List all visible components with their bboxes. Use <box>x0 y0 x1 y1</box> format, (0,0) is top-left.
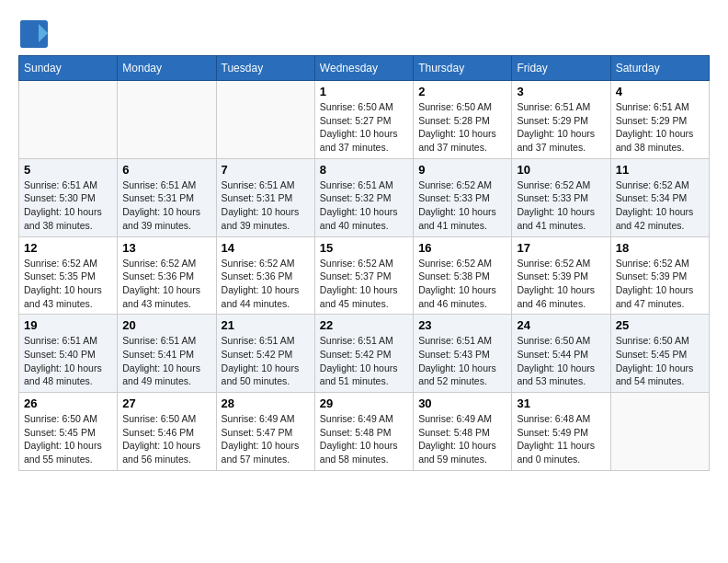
day-info: Sunrise: 6:52 AM Sunset: 5:36 PM Dayligh… <box>222 257 310 311</box>
calendar-week-4: 19Sunrise: 6:51 AM Sunset: 5:40 PM Dayli… <box>19 315 710 393</box>
day-info: Sunrise: 6:52 AM Sunset: 5:39 PM Dayligh… <box>517 257 605 311</box>
day-number: 21 <box>222 318 310 332</box>
day-number: 29 <box>320 396 408 410</box>
calendar-cell: 13Sunrise: 6:52 AM Sunset: 5:36 PM Dayli… <box>118 236 216 315</box>
calendar-cell <box>610 393 709 471</box>
day-number: 2 <box>418 85 506 98</box>
calendar-week-2: 5Sunrise: 6:51 AM Sunset: 5:30 PM Daylig… <box>19 158 710 236</box>
day-number: 6 <box>122 163 210 177</box>
calendar-cell <box>19 81 118 159</box>
calendar-cell: 14Sunrise: 6:52 AM Sunset: 5:36 PM Dayli… <box>216 236 314 315</box>
day-info: Sunrise: 6:52 AM Sunset: 5:38 PM Dayligh… <box>418 257 506 311</box>
day-info: Sunrise: 6:49 AM Sunset: 5:48 PM Dayligh… <box>320 412 408 466</box>
calendar-week-5: 26Sunrise: 6:50 AM Sunset: 5:45 PM Dayli… <box>19 393 710 471</box>
weekday-header-wednesday: Wednesday <box>314 56 413 81</box>
day-info: Sunrise: 6:51 AM Sunset: 5:32 PM Dayligh… <box>320 178 408 233</box>
calendar-cell: 17Sunrise: 6:52 AM Sunset: 5:39 PM Dayli… <box>512 236 610 315</box>
day-info: Sunrise: 6:51 AM Sunset: 5:30 PM Dayligh… <box>24 178 112 233</box>
day-number: 10 <box>517 163 605 177</box>
weekday-header-thursday: Thursday <box>414 56 512 81</box>
day-info: Sunrise: 6:52 AM Sunset: 5:35 PM Dayligh… <box>24 257 112 311</box>
svg-rect-2 <box>20 20 39 48</box>
calendar-cell: 9Sunrise: 6:52 AM Sunset: 5:33 PM Daylig… <box>414 158 512 236</box>
calendar-cell: 31Sunrise: 6:48 AM Sunset: 5:49 PM Dayli… <box>512 393 610 471</box>
calendar-cell: 26Sunrise: 6:50 AM Sunset: 5:45 PM Dayli… <box>19 393 118 471</box>
page-header <box>18 18 710 46</box>
day-info: Sunrise: 6:48 AM Sunset: 5:49 PM Dayligh… <box>517 412 605 466</box>
logo-icon <box>18 18 46 46</box>
calendar-cell: 11Sunrise: 6:52 AM Sunset: 5:34 PM Dayli… <box>610 158 709 236</box>
day-info: Sunrise: 6:49 AM Sunset: 5:47 PM Dayligh… <box>222 412 310 466</box>
calendar-cell: 2Sunrise: 6:50 AM Sunset: 5:28 PM Daylig… <box>414 81 512 159</box>
day-number: 15 <box>320 241 408 255</box>
calendar-cell: 28Sunrise: 6:49 AM Sunset: 5:47 PM Dayli… <box>216 393 314 471</box>
day-info: Sunrise: 6:51 AM Sunset: 5:31 PM Dayligh… <box>122 178 210 233</box>
calendar-cell: 23Sunrise: 6:51 AM Sunset: 5:43 PM Dayli… <box>414 315 512 393</box>
day-info: Sunrise: 6:52 AM Sunset: 5:34 PM Dayligh… <box>616 178 704 233</box>
calendar-cell: 19Sunrise: 6:51 AM Sunset: 5:40 PM Dayli… <box>19 315 118 393</box>
day-info: Sunrise: 6:52 AM Sunset: 5:39 PM Dayligh… <box>616 257 704 311</box>
day-number: 5 <box>24 163 112 177</box>
day-info: Sunrise: 6:51 AM Sunset: 5:42 PM Dayligh… <box>222 334 310 388</box>
day-number: 20 <box>122 318 210 332</box>
day-number: 11 <box>616 163 704 177</box>
calendar-cell <box>118 81 216 159</box>
day-info: Sunrise: 6:50 AM Sunset: 5:46 PM Dayligh… <box>122 412 210 466</box>
weekday-header-tuesday: Tuesday <box>216 56 314 81</box>
day-info: Sunrise: 6:50 AM Sunset: 5:44 PM Dayligh… <box>517 334 605 388</box>
day-info: Sunrise: 6:51 AM Sunset: 5:40 PM Dayligh… <box>24 334 112 388</box>
day-info: Sunrise: 6:49 AM Sunset: 5:48 PM Dayligh… <box>418 412 506 466</box>
calendar-cell: 15Sunrise: 6:52 AM Sunset: 5:37 PM Dayli… <box>314 236 413 315</box>
calendar-cell: 8Sunrise: 6:51 AM Sunset: 5:32 PM Daylig… <box>314 158 413 236</box>
day-info: Sunrise: 6:51 AM Sunset: 5:43 PM Dayligh… <box>418 334 506 388</box>
day-info: Sunrise: 6:51 AM Sunset: 5:41 PM Dayligh… <box>122 334 210 388</box>
day-info: Sunrise: 6:50 AM Sunset: 5:45 PM Dayligh… <box>616 334 704 388</box>
calendar-cell: 6Sunrise: 6:51 AM Sunset: 5:31 PM Daylig… <box>118 158 216 236</box>
calendar-cell: 3Sunrise: 6:51 AM Sunset: 5:29 PM Daylig… <box>512 81 610 159</box>
day-info: Sunrise: 6:51 AM Sunset: 5:42 PM Dayligh… <box>320 334 408 388</box>
calendar-cell <box>216 81 314 159</box>
weekday-header-monday: Monday <box>118 56 216 81</box>
day-number: 16 <box>418 241 506 255</box>
calendar-cell: 10Sunrise: 6:52 AM Sunset: 5:33 PM Dayli… <box>512 158 610 236</box>
day-number: 17 <box>517 241 605 255</box>
day-info: Sunrise: 6:51 AM Sunset: 5:29 PM Dayligh… <box>517 100 605 155</box>
day-info: Sunrise: 6:50 AM Sunset: 5:27 PM Dayligh… <box>320 100 408 155</box>
day-info: Sunrise: 6:52 AM Sunset: 5:33 PM Dayligh… <box>418 178 506 233</box>
calendar-cell: 21Sunrise: 6:51 AM Sunset: 5:42 PM Dayli… <box>216 315 314 393</box>
day-number: 26 <box>24 396 112 410</box>
day-number: 1 <box>320 85 408 98</box>
calendar-cell: 7Sunrise: 6:51 AM Sunset: 5:31 PM Daylig… <box>216 158 314 236</box>
calendar-cell: 4Sunrise: 6:51 AM Sunset: 5:29 PM Daylig… <box>610 81 709 159</box>
day-number: 3 <box>517 85 605 98</box>
day-number: 4 <box>616 85 704 98</box>
day-number: 30 <box>418 396 506 410</box>
day-number: 14 <box>222 241 310 255</box>
day-number: 9 <box>418 163 506 177</box>
calendar-cell: 1Sunrise: 6:50 AM Sunset: 5:27 PM Daylig… <box>314 81 413 159</box>
calendar-cell: 22Sunrise: 6:51 AM Sunset: 5:42 PM Dayli… <box>314 315 413 393</box>
calendar-cell: 5Sunrise: 6:51 AM Sunset: 5:30 PM Daylig… <box>19 158 118 236</box>
day-info: Sunrise: 6:50 AM Sunset: 5:45 PM Dayligh… <box>24 412 112 466</box>
day-number: 18 <box>616 241 704 255</box>
calendar-week-1: 1Sunrise: 6:50 AM Sunset: 5:27 PM Daylig… <box>19 81 710 159</box>
day-info: Sunrise: 6:51 AM Sunset: 5:29 PM Dayligh… <box>616 100 704 155</box>
day-number: 28 <box>222 396 310 410</box>
day-number: 13 <box>122 241 210 255</box>
day-number: 31 <box>517 396 605 410</box>
day-number: 22 <box>320 318 408 332</box>
day-number: 8 <box>320 163 408 177</box>
day-info: Sunrise: 6:52 AM Sunset: 5:36 PM Dayligh… <box>122 257 210 311</box>
day-info: Sunrise: 6:51 AM Sunset: 5:31 PM Dayligh… <box>222 178 310 233</box>
day-number: 7 <box>222 163 310 177</box>
calendar-cell: 24Sunrise: 6:50 AM Sunset: 5:44 PM Dayli… <box>512 315 610 393</box>
day-info: Sunrise: 6:52 AM Sunset: 5:33 PM Dayligh… <box>517 178 605 233</box>
calendar-week-3: 12Sunrise: 6:52 AM Sunset: 5:35 PM Dayli… <box>19 236 710 315</box>
calendar-table: SundayMondayTuesdayWednesdayThursdayFrid… <box>18 55 710 471</box>
day-number: 24 <box>517 318 605 332</box>
calendar-cell: 27Sunrise: 6:50 AM Sunset: 5:46 PM Dayli… <box>118 393 216 471</box>
weekday-header-friday: Friday <box>512 56 610 81</box>
calendar-cell: 25Sunrise: 6:50 AM Sunset: 5:45 PM Dayli… <box>610 315 709 393</box>
logo <box>18 18 50 46</box>
calendar-cell: 30Sunrise: 6:49 AM Sunset: 5:48 PM Dayli… <box>414 393 512 471</box>
